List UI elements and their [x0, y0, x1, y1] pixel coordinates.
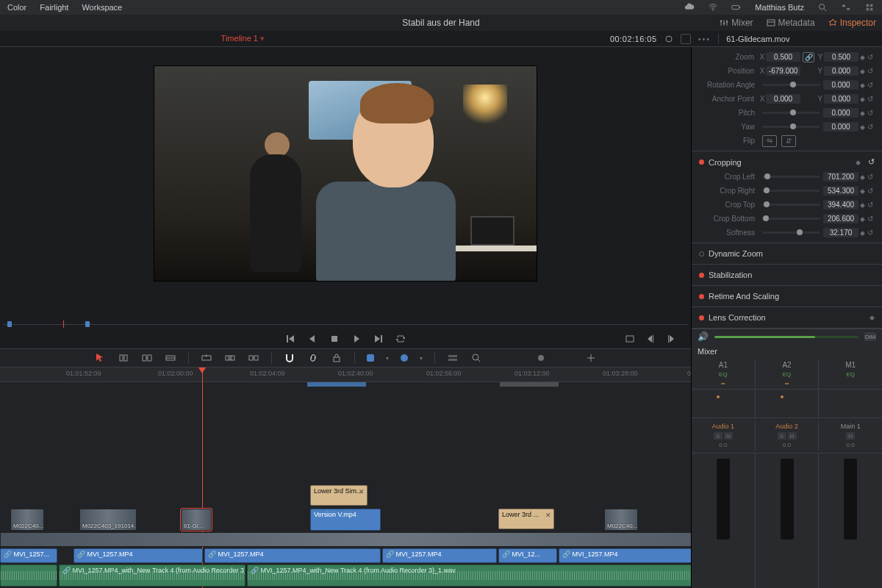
loop-button[interactable]	[395, 334, 406, 344]
clip-a1[interactable]: 🔗 MVI_1257.MP4	[204, 548, 381, 563]
keyframe-button[interactable]: ◆	[858, 82, 866, 89]
scrub-in-point[interactable]	[7, 321, 12, 327]
viewer-mode-icon[interactable]	[681, 34, 691, 44]
zoom-link-toggle[interactable]: 🔗	[803, 52, 814, 62]
overwrite-button[interactable]	[224, 352, 236, 364]
zoom-y-value[interactable]: 0.500	[824, 52, 858, 62]
selection-tool[interactable]	[94, 352, 106, 364]
notifications-icon[interactable]	[864, 2, 875, 12]
step-back-button[interactable]	[307, 334, 318, 344]
keyframe-button[interactable]: ◆	[858, 215, 866, 223]
reset-button[interactable]: ↺	[866, 53, 875, 61]
timeline-panel[interactable]: 01:01:52:09 01:02:00:00 01:02:04:09 01:0…	[0, 368, 691, 588]
viewer-timecode[interactable]: 00:02:16:05	[610, 35, 657, 43]
record-button[interactable]	[535, 352, 547, 364]
anchor-y-value[interactable]: 0.000	[824, 94, 858, 104]
dynamic-trim-tool[interactable]	[141, 352, 153, 364]
lens-correction-header[interactable]: Lens Correction◆	[692, 310, 882, 325]
control-center-icon[interactable]	[841, 2, 851, 12]
link-toggle[interactable]	[307, 352, 319, 364]
clip-v1[interactable]: M022C40...	[10, 509, 44, 531]
stabilization-header[interactable]: Stabilization	[692, 268, 882, 282]
viewer-options[interactable]: •••	[698, 35, 711, 43]
reset-button[interactable]: ↺	[866, 67, 875, 75]
crop-top-value[interactable]: 394.400	[823, 200, 858, 209]
viewer-scrub-bar[interactable]	[3, 319, 688, 329]
clip-a1[interactable]: 🔗 MVI_1257.MP4	[74, 548, 203, 563]
stop-button[interactable]	[329, 334, 340, 344]
monitor-volume-slider[interactable]	[714, 336, 858, 338]
clip-v1[interactable]: Version V.mp4	[310, 509, 381, 531]
yaw-value[interactable]: 0.000	[823, 122, 858, 132]
sync-icon[interactable]	[664, 35, 673, 43]
marker-blue[interactable]	[401, 354, 408, 362]
channel-fader-a2[interactable]	[781, 459, 794, 539]
keyframe-button[interactable]: ◆	[858, 96, 866, 103]
clip-a1[interactable]: 🔗 MVI_1257.MP4	[382, 548, 497, 563]
clip-v2[interactable]: Lower 3rd Sim...✕	[310, 485, 368, 506]
crop-left-value[interactable]: 701.200	[823, 172, 858, 182]
keyframe-button[interactable]: ◆	[858, 54, 866, 61]
prev-clip-button[interactable]	[645, 334, 656, 344]
anchor-x-value[interactable]: 0.000	[766, 94, 800, 104]
trim-tool[interactable]	[118, 352, 129, 364]
snapping-toggle[interactable]	[284, 352, 295, 364]
keyframe-button[interactable]: ◆	[858, 201, 866, 209]
position-x-value[interactable]: -679.000	[766, 66, 800, 76]
panel-inspector-toggle[interactable]: Inspector	[828, 18, 876, 28]
crop-bottom-value[interactable]: 206.600	[823, 214, 858, 223]
reset-button[interactable]: ↺	[866, 81, 875, 89]
timeline-view-options[interactable]	[447, 352, 459, 364]
panel-mixer-toggle[interactable]: Mixer	[720, 18, 753, 28]
blade-tool[interactable]	[165, 352, 176, 364]
next-clip-button[interactable]	[666, 334, 676, 344]
channel-fader-main[interactable]	[844, 459, 857, 539]
keyframe-button[interactable]: ◆	[858, 110, 866, 117]
menu-fairlight[interactable]: Fairlight	[40, 3, 68, 12]
clip-v1[interactable]: M022C40...	[604, 509, 638, 531]
replace-button[interactable]	[248, 352, 259, 364]
scrub-out-point[interactable]	[85, 321, 90, 327]
reset-button[interactable]: ↺	[866, 187, 875, 195]
clip-a2[interactable]	[0, 564, 57, 587]
mute-button[interactable]: M	[788, 432, 797, 440]
timeline-playhead-marker[interactable]	[198, 368, 206, 373]
keyframe-button[interactable]: ◆	[858, 123, 866, 131]
insert-button[interactable]	[201, 352, 212, 364]
clip-a1[interactable]: 🔗 MVI_12...	[498, 548, 557, 563]
timeline-name[interactable]: Timeline 1 ▾	[221, 34, 265, 43]
dynamic-zoom-header[interactable]: Dynamic Zoom	[692, 246, 882, 261]
crop-right-slider[interactable]	[762, 190, 820, 192]
clip-v2[interactable]: Lower 3rd ...✕	[498, 509, 554, 529]
yaw-slider[interactable]	[762, 126, 820, 128]
solo-button[interactable]: S	[778, 432, 786, 440]
keyframe-button[interactable]: ◆	[858, 68, 866, 75]
clip-v1-selected[interactable]: 61-Gl...	[181, 509, 212, 531]
add-track-button[interactable]	[585, 352, 597, 364]
reset-button[interactable]: ↺	[866, 123, 875, 131]
solo-button[interactable]: S	[714, 432, 723, 440]
play-button[interactable]	[351, 334, 362, 344]
lock-toggle[interactable]	[331, 352, 343, 364]
panel-metadata-toggle[interactable]: Metadata	[767, 18, 815, 28]
dim-button[interactable]: DIM	[864, 332, 876, 341]
mixer-channel-a2[interactable]: A2 EQ ••	[755, 359, 819, 389]
zoom-to-fit[interactable]	[470, 352, 482, 364]
pitch-value[interactable]: 0.000	[823, 108, 858, 118]
reset-button[interactable]: ↺	[866, 229, 875, 237]
crop-bottom-slider[interactable]	[762, 218, 820, 220]
keyframe-button[interactable]: ◆	[858, 229, 866, 237]
rotation-value[interactable]: 0.000	[823, 80, 858, 90]
timeline-range-b[interactable]	[500, 382, 559, 387]
menu-workspace[interactable]: Workspace	[82, 3, 122, 12]
cropping-enable-dot[interactable]	[699, 159, 704, 165]
rotation-slider[interactable]	[762, 84, 820, 86]
cropping-header[interactable]: Cropping ◆ ↺	[692, 154, 882, 170]
position-y-value[interactable]: 0.000	[824, 66, 858, 76]
pitch-slider[interactable]	[762, 112, 820, 114]
timeline-ruler[interactable]: 01:01:52:09 01:02:00:00 01:02:04:09 01:0…	[0, 368, 691, 382]
crop-left-slider[interactable]	[762, 176, 820, 178]
menu-color[interactable]: Color	[7, 3, 26, 12]
keyframe-button[interactable]: ◆	[858, 173, 866, 181]
crop-top-slider[interactable]	[762, 204, 820, 206]
